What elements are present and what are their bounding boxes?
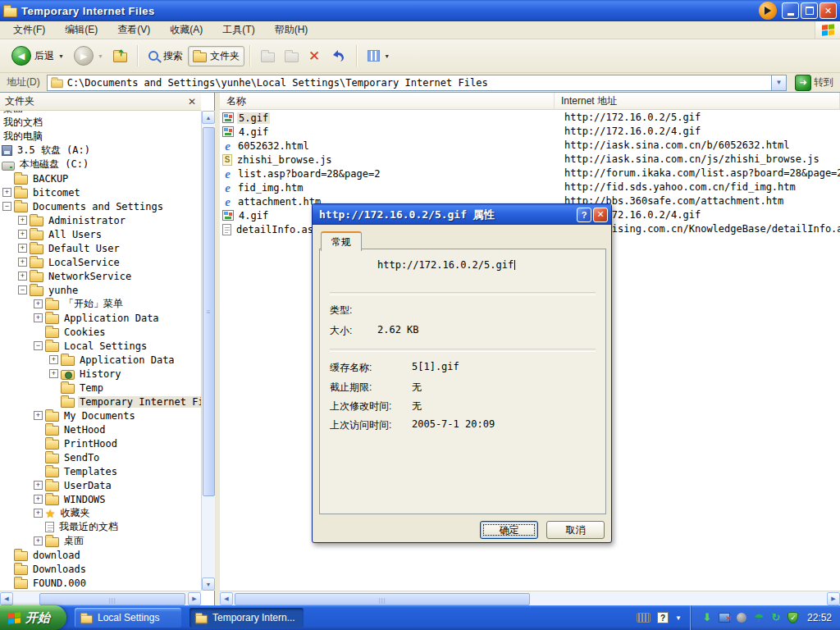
- keyboard-icon[interactable]: [637, 613, 651, 623]
- tree-item[interactable]: +Application Data: [0, 311, 201, 325]
- menu-favorites[interactable]: 收藏(A): [162, 21, 211, 39]
- input-help-icon[interactable]: ?: [657, 612, 669, 623]
- file-row[interactable]: 5.gifhttp://172.16.0.2/5.gif: [220, 111, 840, 125]
- tree-item[interactable]: FOUND.000: [0, 576, 201, 590]
- views-dropdown-icon[interactable]: ▼: [384, 53, 390, 59]
- column-header-internet-address[interactable]: Internet 地址: [555, 93, 840, 110]
- plus-expander-icon[interactable]: +: [18, 230, 27, 239]
- menu-help[interactable]: 帮助(H): [267, 21, 317, 39]
- tree-item[interactable]: Temp: [0, 381, 201, 395]
- tree-item[interactable]: −Documents and Settings: [0, 199, 201, 213]
- dialog-close-button[interactable]: ✕: [593, 208, 608, 222]
- restore-button[interactable]: [801, 2, 818, 19]
- plus-expander-icon[interactable]: +: [34, 495, 43, 504]
- tree-item[interactable]: +Default User: [0, 241, 201, 255]
- tree-item[interactable]: +History: [0, 367, 201, 381]
- menu-edit[interactable]: 编辑(E): [57, 21, 106, 39]
- tree-item[interactable]: +LocalService: [0, 255, 201, 269]
- scroll-left-icon[interactable]: ◀: [220, 592, 233, 605]
- plus-expander-icon[interactable]: +: [2, 188, 11, 197]
- folders-panel-close-icon[interactable]: ✕: [188, 96, 196, 107]
- tree-scrollbar-thumb[interactable]: ≡: [203, 127, 215, 496]
- plus-expander-icon[interactable]: +: [34, 313, 43, 322]
- tree-item[interactable]: Temporary Internet Files: [0, 395, 201, 409]
- orange-play-icon[interactable]: [759, 2, 777, 20]
- tree-item[interactable]: +bitcomet: [0, 185, 201, 199]
- task-button-temporary-internet[interactable]: Temporary Intern...: [189, 608, 304, 628]
- views-button[interactable]: ▼: [363, 47, 395, 65]
- tree-item[interactable]: 我的文档: [0, 116, 201, 130]
- menu-file[interactable]: 文件(F): [5, 21, 53, 39]
- plus-expander-icon[interactable]: +: [34, 411, 43, 420]
- dialog-help-button[interactable]: ?: [577, 208, 591, 222]
- plus-expander-icon[interactable]: +: [34, 536, 43, 546]
- tree-item[interactable]: Templates: [0, 464, 201, 478]
- minus-expander-icon[interactable]: −: [18, 285, 27, 294]
- tree-item[interactable]: +「开始」菜单: [0, 297, 201, 311]
- tree-item[interactable]: +NetworkService: [0, 269, 201, 283]
- tree-item[interactable]: +UserData: [0, 478, 201, 492]
- scroll-right-icon[interactable]: ▶: [827, 592, 840, 605]
- delete-button[interactable]: ✕: [304, 46, 325, 66]
- tree-item[interactable]: Downloads: [0, 562, 201, 576]
- back-button[interactable]: ◀ 后退 ▼: [7, 43, 69, 69]
- menu-view[interactable]: 查看(V): [109, 21, 158, 39]
- tab-general[interactable]: 常规: [321, 231, 362, 251]
- tree-item[interactable]: +Administrator: [0, 213, 201, 227]
- forward-button[interactable]: ▶ ▼: [69, 43, 108, 69]
- plus-expander-icon[interactable]: +: [34, 299, 43, 308]
- column-header-name[interactable]: 名称: [220, 93, 555, 110]
- download-arrow-icon[interactable]: ⬇: [701, 611, 714, 624]
- tree-hscrollbar-thumb[interactable]: |||: [39, 593, 185, 605]
- umbrella-icon[interactable]: ☂: [752, 611, 765, 624]
- tree-item[interactable]: −Local Settings: [0, 339, 201, 353]
- folders-button[interactable]: 文件夹: [188, 46, 244, 66]
- task-button-local-settings[interactable]: Local Settings: [75, 608, 181, 628]
- tree-item[interactable]: 3.5 软盘 (A:): [0, 144, 201, 158]
- tree-item[interactable]: +WINDOWS: [0, 492, 201, 506]
- file-row[interactable]: elist.asp?board=28&page=2http://forum.ik…: [220, 167, 840, 180]
- toolbar-expand-icon[interactable]: ▼: [675, 614, 682, 622]
- tree-item[interactable]: −yunhe: [0, 283, 201, 297]
- plus-expander-icon[interactable]: +: [18, 216, 27, 225]
- scroll-up-icon[interactable]: ▲: [202, 111, 215, 124]
- address-dropdown-icon[interactable]: ▼: [771, 75, 786, 90]
- cancel-button[interactable]: 取消: [546, 521, 605, 539]
- menu-tools[interactable]: 工具(T): [214, 21, 262, 39]
- list-hscrollbar-thumb[interactable]: |||: [235, 593, 530, 605]
- speaker-icon[interactable]: [735, 611, 748, 624]
- plus-expander-icon[interactable]: +: [34, 509, 43, 518]
- minimize-button[interactable]: [782, 2, 799, 19]
- tree-item[interactable]: 我最近的文档: [0, 520, 201, 534]
- shield-icon[interactable]: ✓: [787, 611, 800, 624]
- tree-vertical-scrollbar[interactable]: ▲ ≡ ▼: [201, 111, 215, 591]
- go-button[interactable]: ➜ 转到: [792, 74, 837, 92]
- close-button[interactable]: ✕: [819, 2, 837, 19]
- file-row[interactable]: 4.gifhttp://172.16.0.2/4.gif: [220, 125, 840, 139]
- ok-button[interactable]: 确定: [480, 521, 538, 539]
- file-row[interactable]: e6052632.htmlhttp://iask.sina.com.cn/b/6…: [220, 139, 840, 153]
- address-input[interactable]: [66, 76, 771, 89]
- plus-expander-icon[interactable]: +: [18, 258, 27, 267]
- plus-expander-icon[interactable]: +: [18, 244, 27, 253]
- start-button[interactable]: 开始: [0, 605, 66, 630]
- tree-item[interactable]: NetHood: [0, 422, 201, 436]
- minus-expander-icon[interactable]: −: [34, 341, 43, 350]
- tree-item[interactable]: +Application Data: [0, 353, 201, 367]
- search-button[interactable]: 搜索: [144, 46, 188, 66]
- up-button[interactable]: [108, 47, 132, 66]
- plus-expander-icon[interactable]: +: [49, 355, 58, 364]
- tree-item[interactable]: 本地磁盘 (C:): [0, 158, 201, 171]
- tree-item[interactable]: Cookies: [0, 325, 201, 339]
- tree-item[interactable]: PrintHood: [0, 436, 201, 450]
- back-dropdown-icon[interactable]: ▼: [58, 53, 64, 59]
- plus-expander-icon[interactable]: +: [18, 272, 27, 281]
- scroll-right-icon[interactable]: ▶: [188, 592, 201, 605]
- undo-button[interactable]: [325, 45, 351, 66]
- tree-item[interactable]: BACKUP: [0, 171, 201, 185]
- tree-item[interactable]: 我的电脑: [0, 130, 201, 144]
- file-row[interactable]: efid_img.htmhttp://fid.sds.yahoo.com.cn/…: [220, 180, 840, 194]
- list-horizontal-scrollbar[interactable]: ◀ ||| ▶: [220, 591, 840, 605]
- minus-expander-icon[interactable]: −: [2, 202, 11, 211]
- scroll-left-icon[interactable]: ◀: [0, 592, 13, 605]
